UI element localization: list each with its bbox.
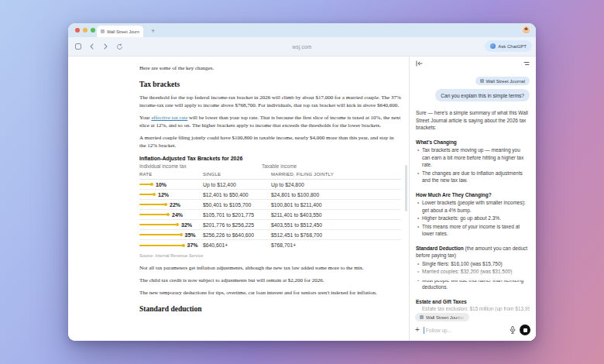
composer-chip-label: Wall Street Journal (426, 315, 465, 320)
article-scrollbar[interactable] (405, 165, 407, 211)
rate-dot (166, 213, 170, 216)
url-bar[interactable]: wsj.com (293, 44, 312, 50)
single-range-cell: $640,601+ (203, 242, 271, 248)
ask-chatgpt-button[interactable]: Ask ChatGPT (485, 40, 532, 52)
bullet-item: The changes are due to inflation adjustm… (416, 170, 530, 184)
married-range-cell: $768,701+ (271, 242, 401, 248)
bullet-list: Single filers: $16,100 (was $15,750)Marr… (416, 260, 530, 291)
new-tab-button[interactable]: + (151, 26, 155, 37)
table-row: 32%$201,776 to $256,225$403,551 to $512,… (139, 220, 401, 230)
back-icon[interactable] (88, 43, 95, 50)
rate-label: 22% (170, 202, 180, 208)
married-range-cell: $24,801 to $100,800 (271, 192, 401, 197)
rate-cell: 37% (139, 242, 203, 248)
married-range-cell: $211,401 to $403,550 (271, 212, 401, 218)
bullet-item: Single filers: $16,100 (was $15,750) (416, 260, 530, 268)
assistant-response: Sure — here's a simple summary of what t… (416, 109, 530, 311)
married-range-cell: Up to $24,800 (271, 182, 401, 187)
table-row: 35%$256,226 to $640,600$512,451 to $768,… (139, 230, 401, 240)
stop-generating-button[interactable] (520, 325, 530, 335)
chat-messages: Wall Street Journal Can you explain this… (410, 70, 536, 311)
rate-bar (139, 234, 180, 235)
article-paragraph: The child tax credit is now subject to a… (139, 276, 401, 284)
collapse-panel-icon[interactable] (416, 60, 423, 67)
section-heading-standard-deduction: Standard deduction (139, 304, 401, 314)
response-intro: Sure — here's a simple summary of what t… (416, 109, 530, 132)
paragraph-text: Your (139, 115, 151, 121)
table-source: Source: Internal Revenue Service (139, 253, 401, 258)
forward-icon[interactable] (102, 43, 109, 50)
sidebar-toggle-icon[interactable] (74, 43, 81, 50)
rate-bar (139, 224, 177, 225)
rate-label: 32% (181, 222, 192, 228)
column-header-single: SINGLE (203, 172, 271, 177)
tab-title: Wall Street Journal (107, 29, 139, 34)
rate-dot (150, 183, 153, 186)
input-placeholder: Follow up... (426, 328, 451, 333)
rate-dot (153, 193, 156, 196)
rate-cell: 10% (139, 182, 203, 187)
single-range-cell: $201,776 to $256,225 (203, 222, 271, 228)
single-range-cell: $256,226 to $640,600 (203, 232, 271, 238)
table-row: 12%$12,401 to $50,400$24,801 to $100,800 (139, 190, 401, 200)
followup-input[interactable]: Follow up... (424, 327, 506, 334)
tax-brackets-table: Inflation-Adjusted Tax Brackets for 2026… (139, 156, 401, 258)
table-header-row: RATE SINGLE MARRIED, FILING JOINTLY (139, 172, 401, 180)
rate-cell: 35% (139, 232, 203, 238)
married-range-cell: $512,451 to $768,700 (271, 232, 401, 238)
microphone-icon[interactable] (510, 326, 516, 334)
user-message-bubble: Can you explain this in simple terms? (435, 89, 530, 101)
article-paragraph: A married couple filing jointly could ha… (139, 134, 401, 149)
response-sections: What's ChangingTax brackets are moving u… (416, 139, 530, 312)
article-paragraph: Your effective tax rate will be lower th… (139, 114, 401, 129)
bullet-list: Lower brackets (people with smaller inco… (416, 199, 530, 238)
profile-avatar[interactable] (522, 26, 530, 34)
response-section: What's ChangingTax brackets are moving u… (416, 139, 530, 184)
tab-wall-street-journal[interactable]: Wall Street Journal (97, 26, 143, 37)
reload-icon[interactable] (116, 43, 123, 50)
married-range-cell: $100,801 to $211,400 (271, 202, 401, 208)
attach-plus-icon[interactable]: + (415, 326, 420, 334)
content-area: Here are some of the key changes. Tax br… (68, 57, 536, 341)
rate-cell: 32% (139, 222, 203, 228)
window-controls (75, 28, 95, 33)
single-range-cell: $105,701 to $201,775 (203, 212, 271, 218)
sidebar-menu-icon[interactable] (523, 61, 530, 66)
page-icon (480, 79, 484, 83)
article-paragraph: The new temporary deductions for tips, o… (139, 289, 401, 297)
response-section: How Much Are They Changing?Lower bracket… (416, 191, 530, 238)
maximize-window-button[interactable] (91, 28, 95, 33)
rate-dot (176, 223, 179, 226)
chat-sidebar: Wall Street Journal Can you explain this… (409, 57, 536, 341)
close-window-button[interactable] (75, 28, 80, 33)
minimize-window-button[interactable] (83, 28, 88, 33)
article-paragraph: The threshold for the top federal income… (139, 94, 401, 109)
rate-dot (164, 203, 167, 206)
rate-dot (182, 244, 185, 247)
rate-cell: 12% (139, 192, 203, 197)
rate-bar (139, 184, 151, 185)
rate-bar (139, 245, 183, 246)
page-context-chip[interactable]: Wall Street Journal (475, 77, 530, 85)
rate-cell: 24% (139, 212, 203, 218)
composer-context-chip[interactable]: Wall Street Journal (415, 313, 469, 321)
effective-tax-rate-link[interactable]: effective tax rate (151, 115, 187, 121)
rate-label: 12% (158, 192, 169, 197)
rate-label: 35% (185, 232, 196, 238)
single-range-cell: $50,401 to $105,700 (203, 202, 271, 208)
rate-dot (180, 233, 183, 236)
column-header-married: MARRIED, FILING JOINTLY (271, 172, 401, 177)
browser-toolbar: wsj.com Ask ChatGPT (68, 37, 536, 57)
bullet-item: Lower brackets (people with smaller inco… (416, 199, 530, 214)
section-heading: Standard Deduction (the amount you can d… (416, 245, 530, 259)
section-heading-tax-brackets: Tax brackets (139, 80, 401, 90)
table-group-label: Taxable income (262, 163, 297, 169)
bullet-item: Married couples: $32,200 (was $31,500) (416, 268, 530, 276)
section-heading: How Much Are They Changing? (416, 191, 530, 199)
text-caret (424, 327, 424, 334)
page-icon (420, 315, 424, 319)
rate-label: 37% (187, 242, 198, 248)
rate-cell: 22% (139, 202, 203, 208)
tab-favicon (101, 29, 105, 33)
rate-bar (139, 204, 165, 205)
